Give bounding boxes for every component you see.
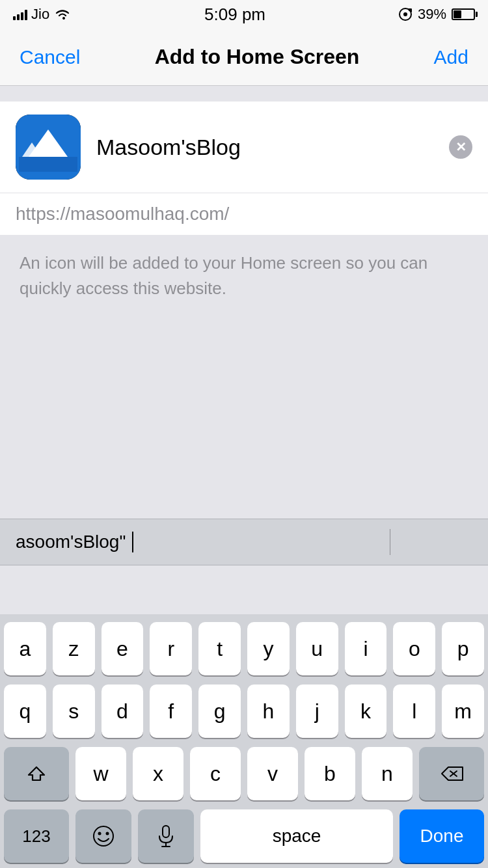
keyboard: a z e r t y u i o p q s d f g h j k l m … xyxy=(0,614,488,868)
status-time: 5:09 pm xyxy=(204,5,265,25)
key-v[interactable]: v xyxy=(247,747,298,800)
app-logo-svg xyxy=(19,123,77,172)
shift-icon xyxy=(27,765,46,783)
key-g[interactable]: g xyxy=(198,685,241,738)
description-text: An icon will be added to your Home scree… xyxy=(20,253,427,298)
key-d[interactable]: d xyxy=(102,685,144,738)
carrier-label: Jio xyxy=(31,6,49,23)
key-row-2: q s d f g h j k l m xyxy=(4,685,484,738)
backspace-icon xyxy=(439,765,464,783)
key-q[interactable]: q xyxy=(4,685,46,738)
page-title: Add to Home Screen xyxy=(155,45,360,69)
key-j[interactable]: j xyxy=(296,685,338,738)
text-cursor xyxy=(132,532,133,552)
key-w[interactable]: w xyxy=(75,747,126,800)
key-row-bottom: 123 space Done xyxy=(4,809,484,863)
svg-point-9 xyxy=(98,832,102,835)
app-icon xyxy=(16,115,81,180)
autocomplete-text: asoom'sBlog" xyxy=(16,532,126,552)
emoji-icon xyxy=(92,824,115,848)
key-p[interactable]: p xyxy=(442,622,484,675)
svg-point-8 xyxy=(94,826,113,846)
space-key[interactable]: space xyxy=(200,809,393,863)
key-c[interactable]: c xyxy=(190,747,241,800)
app-name-row: ✕ xyxy=(0,102,488,193)
key-l[interactable]: l xyxy=(393,685,435,738)
done-key[interactable]: Done xyxy=(400,809,484,863)
key-h[interactable]: h xyxy=(247,685,290,738)
svg-rect-11 xyxy=(163,826,169,837)
url-row: https://masoomulhaq.com/ xyxy=(0,193,488,235)
section-divider xyxy=(0,86,488,102)
key-row-1: a z e r t y u i o p xyxy=(4,622,484,675)
emoji-key[interactable] xyxy=(75,809,131,863)
signal-bars xyxy=(13,8,27,20)
done-label: Done xyxy=(420,826,464,847)
name-input-area: ✕ xyxy=(96,135,472,160)
status-left: Jio xyxy=(13,6,72,23)
autocomplete-divider xyxy=(390,529,390,555)
key-x[interactable]: x xyxy=(133,747,183,800)
battery-icon xyxy=(452,8,475,20)
key-b[interactable]: b xyxy=(305,747,355,800)
status-bar: Jio 5:09 pm 39% xyxy=(0,0,488,29)
nav-bar: Cancel Add to Home Screen Add xyxy=(0,29,488,86)
mic-icon xyxy=(157,824,175,848)
key-u[interactable]: u xyxy=(296,622,338,675)
key-k[interactable]: k xyxy=(345,685,387,738)
clear-icon: ✕ xyxy=(455,139,467,155)
svg-marker-5 xyxy=(29,767,44,780)
battery-percent: 39% xyxy=(418,6,446,23)
key-a[interactable]: a xyxy=(4,622,46,675)
numbers-key[interactable]: 123 xyxy=(4,809,69,863)
key-z[interactable]: z xyxy=(53,622,95,675)
key-o[interactable]: o xyxy=(393,622,435,675)
key-row-3: w x c v b n xyxy=(4,747,484,800)
key-n[interactable]: n xyxy=(362,747,413,800)
wifi-icon xyxy=(53,8,72,21)
autocomplete-bar: asoom'sBlog" xyxy=(0,519,488,565)
key-m[interactable]: m xyxy=(442,685,484,738)
app-section: ✕ https://masoomulhaq.com/ xyxy=(0,102,488,235)
cancel-button[interactable]: Cancel xyxy=(20,46,80,68)
space-label: space xyxy=(273,826,321,847)
key-i[interactable]: i xyxy=(345,622,387,675)
key-y[interactable]: y xyxy=(247,622,290,675)
key-t[interactable]: t xyxy=(198,622,241,675)
numbers-label: 123 xyxy=(22,826,50,847)
key-f[interactable]: f xyxy=(150,685,192,738)
svg-rect-2 xyxy=(19,157,77,172)
app-name-input[interactable] xyxy=(96,135,449,160)
shift-key[interactable] xyxy=(4,747,69,800)
description-section: An icon will be added to your Home scree… xyxy=(0,235,488,317)
key-e[interactable]: e xyxy=(102,622,144,675)
empty-space xyxy=(0,317,488,519)
rotation-lock-icon xyxy=(398,7,413,21)
svg-point-10 xyxy=(106,832,109,835)
mic-key[interactable] xyxy=(138,809,194,863)
clear-button[interactable]: ✕ xyxy=(449,135,472,159)
add-button[interactable]: Add xyxy=(434,46,468,68)
status-right: 39% xyxy=(398,6,475,23)
svg-point-1 xyxy=(403,12,407,16)
key-s[interactable]: s xyxy=(53,685,95,738)
key-r[interactable]: r xyxy=(150,622,192,675)
backspace-key[interactable] xyxy=(419,747,484,800)
url-text: https://masoomulhaq.com/ xyxy=(16,204,229,224)
